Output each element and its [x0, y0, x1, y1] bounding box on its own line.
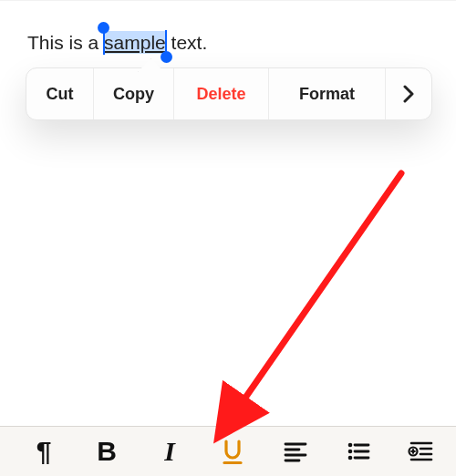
- italic-button[interactable]: I: [151, 438, 188, 465]
- paragraph-styles-button[interactable]: ¶: [26, 438, 62, 465]
- more-button[interactable]: [386, 68, 431, 119]
- copy-button[interactable]: Copy: [94, 68, 174, 119]
- selection-handle-start[interactable]: [98, 22, 109, 34]
- svg-point-5: [348, 443, 353, 448]
- context-menu: Cut Copy Delete Format: [26, 67, 432, 120]
- bold-button[interactable]: B: [88, 438, 125, 465]
- format-button[interactable]: Format: [269, 68, 386, 119]
- selection-handle-end[interactable]: [161, 51, 172, 63]
- align-left-icon: [282, 438, 309, 465]
- format-toolbar: ¶ B I: [0, 426, 456, 476]
- text-line[interactable]: This is a sample text.: [27, 32, 207, 53]
- selected-word: sample: [104, 32, 166, 53]
- list-bullets-icon: [345, 438, 372, 465]
- indent-increase-icon: [408, 438, 435, 465]
- svg-point-6: [348, 450, 353, 454]
- svg-line-19: [235, 173, 401, 412]
- delete-button[interactable]: Delete: [174, 68, 269, 119]
- underline-icon: [219, 438, 246, 465]
- underline-button[interactable]: [214, 438, 251, 465]
- chevron-right-icon: [403, 85, 414, 103]
- indent-button[interactable]: [403, 438, 440, 465]
- text-pre: This is a: [27, 32, 104, 53]
- text-selection[interactable]: sample: [104, 31, 166, 54]
- bulleted-list-button[interactable]: [340, 438, 377, 465]
- cut-button[interactable]: Cut: [26, 68, 94, 119]
- align-button[interactable]: [277, 438, 314, 465]
- text-post: text.: [166, 32, 208, 53]
- document-area[interactable]: This is a sample text.: [0, 0, 456, 54]
- svg-point-7: [348, 456, 353, 460]
